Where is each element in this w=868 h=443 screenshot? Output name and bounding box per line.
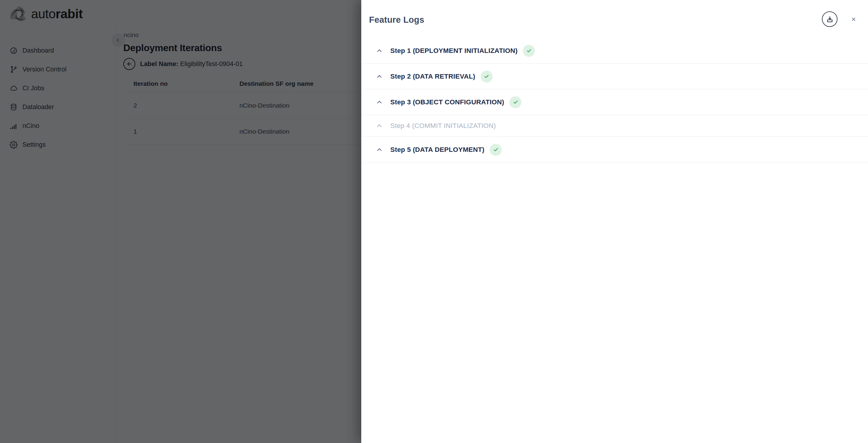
step-accordion-3[interactable]: Step 3 (OBJECT CONFIGURATION): [361, 90, 868, 115]
step-label: Step 2 (DATA RETRIEVAL): [390, 73, 475, 80]
chevron-up-icon: [376, 99, 382, 105]
step-accordion-5[interactable]: Step 5 (DATA DEPLOYMENT): [361, 137, 868, 163]
chevron-up-icon: [376, 146, 382, 153]
step-label: Step 1 (DEPLOYMENT INITIALIZATION): [390, 47, 518, 55]
download-icon: [826, 15, 834, 23]
app-window: autorabit Dashboard Version Control CI J…: [0, 0, 868, 443]
chevron-up-icon: [376, 73, 382, 79]
check-icon: [484, 73, 490, 79]
step-success-badge: [509, 96, 521, 108]
step-accordion-2[interactable]: Step 2 (DATA RETRIEVAL): [361, 64, 868, 90]
download-logs-button[interactable]: [822, 11, 837, 27]
chevron-up-icon: [376, 47, 382, 54]
check-icon: [513, 99, 519, 105]
step-label: Step 4 (COMMIT INITIALIZATION): [390, 122, 496, 130]
check-icon: [493, 146, 499, 153]
step-success-badge: [490, 144, 502, 156]
step-accordion-1[interactable]: Step 1 (DEPLOYMENT INITIALIZATION): [361, 38, 868, 64]
step-label: Step 3 (OBJECT CONFIGURATION): [390, 98, 504, 106]
feature-log-steps: Step 1 (DEPLOYMENT INITIALIZATION) Step …: [361, 38, 868, 163]
step-success-badge: [481, 71, 493, 82]
step-label: Step 5 (DATA DEPLOYMENT): [390, 146, 484, 154]
drawer-title: Feature Logs: [369, 15, 425, 25]
close-drawer-button[interactable]: [849, 15, 858, 23]
check-icon: [526, 47, 532, 54]
feature-logs-drawer: Feature Logs Step 1 (DEPLOYMENT INITIALI…: [361, 0, 868, 443]
step-success-badge: [523, 45, 535, 57]
close-icon: [851, 15, 856, 23]
chevron-up-icon: [376, 123, 382, 129]
step-accordion-4[interactable]: Step 4 (COMMIT INITIALIZATION): [361, 115, 868, 137]
